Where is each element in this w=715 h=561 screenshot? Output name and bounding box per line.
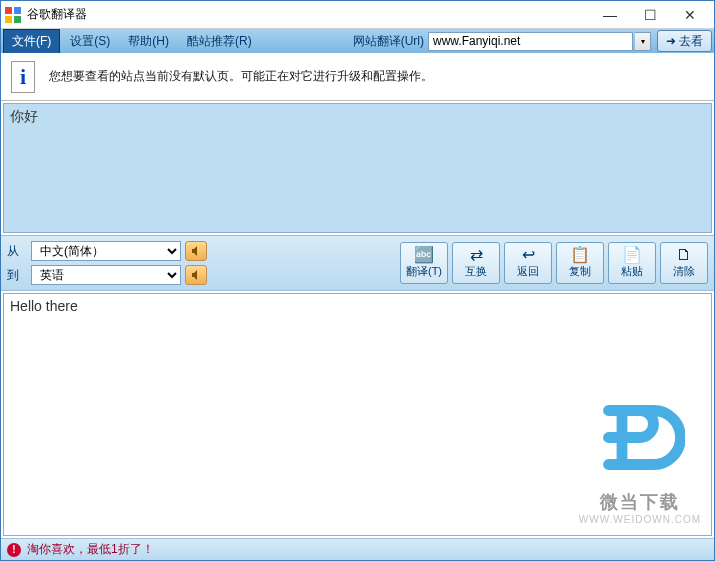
watermark: 微当下载 WWW.WEIDOWN.COM bbox=[579, 397, 701, 525]
watermark-text2: WWW.WEIDOWN.COM bbox=[579, 514, 701, 525]
statusbar: ! 淘你喜欢，最低1折了！ bbox=[1, 538, 714, 560]
to-language-select[interactable]: 英语 bbox=[31, 265, 181, 285]
menubar: 文件(F) 设置(S) 帮助(H) 酷站推荐(R) 网站翻译(Url) ▾ ➜ … bbox=[1, 29, 714, 53]
window-title: 谷歌翻译器 bbox=[27, 6, 590, 23]
minimize-button[interactable]: — bbox=[590, 4, 630, 26]
clear-button[interactable]: 🗋 清除 bbox=[660, 242, 708, 284]
watermark-logo-icon bbox=[595, 397, 685, 487]
go-button[interactable]: ➜ 去看 bbox=[657, 30, 712, 52]
translate-button[interactable]: 🔤 翻译(T) bbox=[400, 242, 448, 284]
swap-icon: ⇄ bbox=[470, 247, 483, 263]
paste-button[interactable]: 📄 粘贴 bbox=[608, 242, 656, 284]
translate-icon: 🔤 bbox=[414, 247, 434, 263]
target-text-pane[interactable]: Hello there 微当下载 WWW.WEIDOWN.COM bbox=[3, 293, 712, 536]
speak-to-button[interactable] bbox=[185, 265, 207, 285]
window-controls: — ☐ ✕ bbox=[590, 4, 710, 26]
go-icon: ➜ bbox=[666, 34, 676, 48]
app-icon bbox=[5, 7, 21, 23]
alert-icon: ! bbox=[7, 543, 21, 557]
menu-file[interactable]: 文件(F) bbox=[3, 29, 60, 54]
svg-rect-1 bbox=[14, 7, 21, 14]
url-input[interactable] bbox=[428, 32, 633, 51]
swap-label: 互换 bbox=[465, 264, 487, 279]
status-text: 淘你喜欢，最低1折了！ bbox=[27, 541, 154, 558]
target-text: Hello there bbox=[10, 298, 78, 314]
copy-button[interactable]: 📋 复制 bbox=[556, 242, 604, 284]
menu-help[interactable]: 帮助(H) bbox=[120, 30, 177, 53]
from-language-select[interactable]: 中文(简体） bbox=[31, 241, 181, 261]
paste-label: 粘贴 bbox=[621, 264, 643, 279]
clear-icon: 🗋 bbox=[676, 247, 692, 263]
go-label: 去看 bbox=[679, 33, 703, 50]
to-label: 到 bbox=[7, 267, 27, 284]
language-selectors: 从 中文(简体） 到 英语 bbox=[7, 241, 207, 285]
action-buttons: 🔤 翻译(T) ⇄ 互换 ↩ 返回 📋 复制 📄 粘贴 🗋 清除 bbox=[400, 242, 708, 284]
close-button[interactable]: ✕ bbox=[670, 4, 710, 26]
info-icon: i bbox=[11, 61, 35, 93]
maximize-button[interactable]: ☐ bbox=[630, 4, 670, 26]
back-label: 返回 bbox=[517, 264, 539, 279]
info-message: 您想要查看的站点当前没有默认页。可能正在对它进行升级和配置操作。 bbox=[49, 68, 433, 85]
watermark-text1: 微当下载 bbox=[579, 490, 701, 514]
titlebar: 谷歌翻译器 — ☐ ✕ bbox=[1, 1, 714, 29]
clear-label: 清除 bbox=[673, 264, 695, 279]
translate-label: 翻译(T) bbox=[406, 264, 442, 279]
menu-recommend[interactable]: 酷站推荐(R) bbox=[179, 30, 260, 53]
info-strip: i 您想要查看的站点当前没有默认页。可能正在对它进行升级和配置操作。 bbox=[1, 53, 714, 101]
menu-settings[interactable]: 设置(S) bbox=[62, 30, 118, 53]
speak-from-button[interactable] bbox=[185, 241, 207, 261]
svg-rect-0 bbox=[5, 7, 12, 14]
svg-rect-2 bbox=[5, 16, 12, 23]
svg-rect-3 bbox=[14, 16, 21, 23]
back-icon: ↩ bbox=[522, 247, 535, 263]
source-text-pane[interactable]: 你好 bbox=[3, 103, 712, 233]
swap-button[interactable]: ⇄ 互换 bbox=[452, 242, 500, 284]
url-dropdown-button[interactable]: ▾ bbox=[635, 32, 651, 51]
source-text: 你好 bbox=[10, 108, 38, 124]
paste-icon: 📄 bbox=[622, 247, 642, 263]
copy-icon: 📋 bbox=[570, 247, 590, 263]
app-window: 谷歌翻译器 — ☐ ✕ 文件(F) 设置(S) 帮助(H) 酷站推荐(R) 网站… bbox=[0, 0, 715, 561]
controls-row: 从 中文(简体） 到 英语 🔤 翻译(T) bbox=[1, 235, 714, 291]
back-button[interactable]: ↩ 返回 bbox=[504, 242, 552, 284]
url-label: 网站翻译(Url) bbox=[353, 33, 424, 50]
copy-label: 复制 bbox=[569, 264, 591, 279]
from-label: 从 bbox=[7, 243, 27, 260]
